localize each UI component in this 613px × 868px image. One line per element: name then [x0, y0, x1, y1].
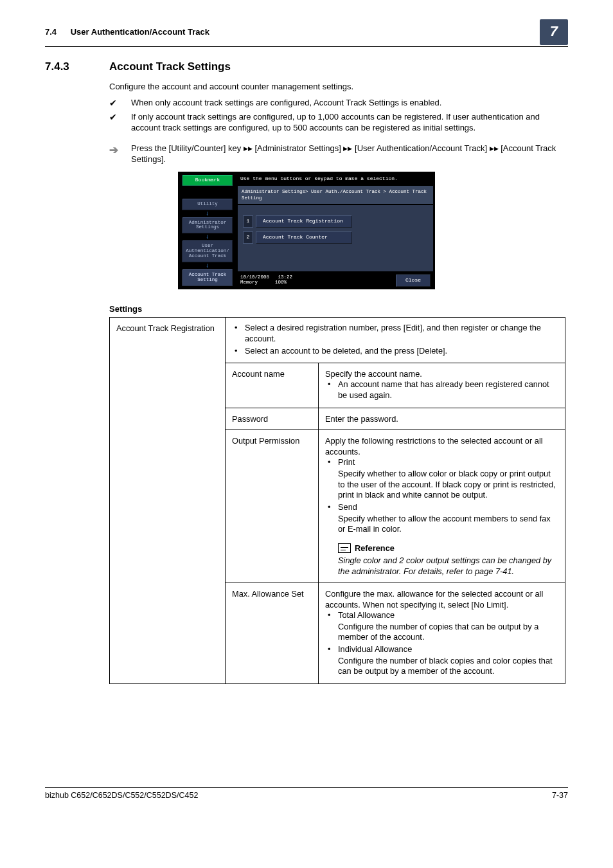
nav-utility[interactable]: Utility: [182, 199, 233, 210]
intro-paragraph: Configure the account and account counte…: [109, 81, 568, 93]
nav-account-track-setting[interactable]: Account Track Setting: [182, 269, 233, 286]
nav-admin-settings[interactable]: Administrator Settings: [182, 217, 233, 234]
prereq-text: When only account track settings are con…: [131, 98, 441, 107]
screenshot-body: 1 Account Track Registration 2 Account T…: [238, 205, 433, 271]
sub-setting-desc: Configure the max. allowance for the sel…: [319, 583, 565, 683]
list-item: SendSpecify whether to allow the account…: [325, 502, 558, 535]
menu-item: 1 Account Track Registration: [243, 215, 428, 228]
triangle-icon: ▶▶: [343, 145, 352, 152]
check-icon: ✔: [109, 111, 117, 123]
header-left: 7.4 User Authentication/Account Track: [45, 26, 540, 38]
menu-number: 2: [243, 231, 253, 244]
sub-setting-desc: Enter the password.: [319, 408, 565, 429]
settings-heading: Settings: [109, 303, 568, 315]
screenshot-sidebar: Bookmark Utility ↓ Administrator Setting…: [179, 172, 236, 289]
prereq-text: If only account track settings are confi…: [131, 112, 540, 133]
reference-heading: Reference: [355, 543, 395, 554]
device-screenshot: Bookmark Utility ↓ Administrator Setting…: [178, 172, 435, 289]
chevron-down-icon: ↓: [206, 212, 209, 215]
reference-block: Reference Single color and 2 color outpu…: [338, 543, 558, 577]
section-title: User Authentication/Account Track: [71, 27, 209, 37]
subsection-number: 7.4.3: [45, 60, 109, 75]
list-item: An account name that has already been re…: [325, 379, 558, 401]
triangle-icon: ▶▶: [244, 145, 253, 152]
procedure-step: ➔ Press the [Utility/Counter] key ▶▶ [Ad…: [109, 143, 568, 165]
list-item: PrintSpecify whether to allow color or b…: [325, 457, 558, 501]
menu-account-track-counter[interactable]: Account Track Counter: [256, 231, 352, 244]
prereq-item: ✔If only account track settings are conf…: [109, 111, 568, 134]
sub-setting-name: Account name: [226, 363, 319, 408]
sub-setting-name: Password: [226, 408, 319, 429]
screenshot-footer: 10/10/2008 13:22 Memory 100% Close: [236, 273, 434, 289]
subsection-title: Account Track Settings: [109, 60, 231, 75]
list-item: Total AllowanceConfigure the number of c…: [325, 610, 558, 643]
menu-account-track-registration[interactable]: Account Track Registration: [256, 215, 352, 228]
close-button[interactable]: Close: [396, 275, 431, 287]
list-item: Individual AllowanceConfigure the number…: [325, 644, 558, 677]
check-icon: ✔: [109, 97, 117, 109]
menu-item: 2 Account Track Counter: [243, 231, 428, 244]
setting-name: Account Track Registration: [110, 318, 226, 684]
chevron-down-icon: ↓: [206, 264, 209, 267]
memory-label: Memory: [240, 280, 258, 285]
prereq-list: ✔When only account track settings are co…: [109, 97, 568, 134]
footer-page-number: 7-37: [552, 790, 568, 801]
screenshot-date: 10/10/2008: [240, 275, 269, 280]
nav-user-auth[interactable]: User Authentication/ Account Track: [182, 240, 233, 262]
screenshot-breadcrumb: Administrator Settings> User Auth./Accou…: [238, 186, 433, 204]
reference-text: Single color and 2 color output settings…: [338, 555, 558, 577]
menu-number: 1: [243, 215, 253, 228]
sub-setting-name: Max. Allowance Set: [226, 583, 319, 683]
settings-table: Account Track Registration Select a desi…: [109, 317, 565, 684]
memory-value: 100%: [275, 280, 287, 285]
step-text: Press the [Utility/Counter] key ▶▶ [Admi…: [131, 143, 556, 165]
sub-setting-desc: Apply the following restrictions to the …: [319, 429, 565, 583]
reference-icon: [338, 543, 351, 553]
footer-model: bizhub C652/C652DS/C552/C552DS/C452: [45, 790, 552, 801]
arrow-icon: ➔: [109, 143, 118, 158]
page-footer: bizhub C652/C652DS/C552/C552DS/C452 7-37: [45, 787, 568, 801]
page-header: 7.4 User Authentication/Account Track 7: [45, 19, 568, 47]
screenshot-instruction: Use the menu buttons or keypad to make a…: [236, 172, 434, 186]
sub-setting-name: Output Permission: [226, 429, 319, 583]
screenshot-time: 13:22: [278, 275, 293, 280]
bookmark-button[interactable]: Bookmark: [182, 175, 233, 186]
list-item: Select a desired registration number, pr…: [232, 323, 558, 344]
chapter-tab: 7: [540, 19, 568, 45]
triangle-icon: ▶▶: [490, 145, 499, 152]
section-number: 7.4: [45, 27, 57, 37]
subsection-heading: 7.4.3 Account Track Settings: [45, 60, 568, 75]
setting-desc: Select a desired registration number, pr…: [226, 318, 565, 363]
prereq-item: ✔When only account track settings are co…: [109, 97, 568, 109]
chevron-down-icon: ↓: [206, 235, 209, 239]
list-item: Select an account to be deleted, and the…: [232, 346, 558, 357]
sub-setting-desc: Specify the account name. An account nam…: [319, 363, 565, 408]
